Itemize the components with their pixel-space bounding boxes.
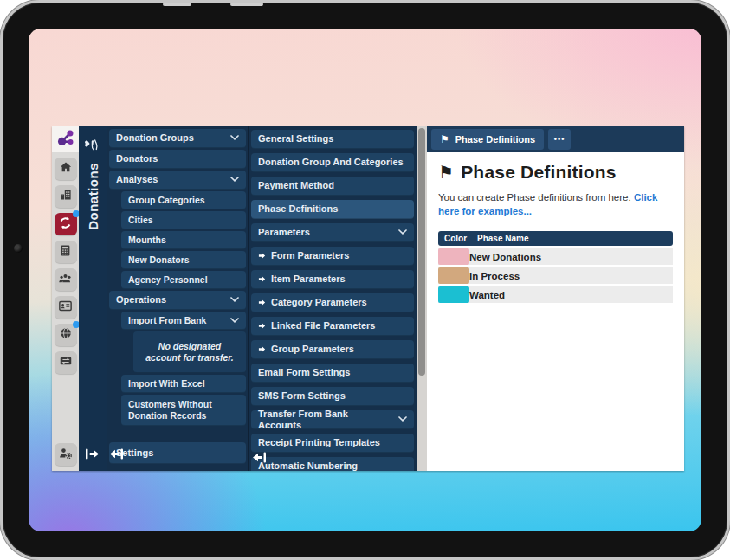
menu-item-label: Mounths [128, 235, 239, 245]
rail-button-calculator[interactable] [55, 241, 77, 263]
tab-phase-definitions[interactable]: ⚑ Phase Definitions [431, 129, 544, 150]
submenu-item-form-parameters[interactable]: Form Parameters [251, 247, 414, 266]
submenu-item-label: Item Parameters [271, 274, 407, 285]
icon-rail [52, 126, 79, 471]
menu-item-mounths[interactable]: Mounths [121, 231, 246, 249]
settings-submenu: General SettingsDonation Group And Categ… [248, 126, 417, 471]
submenu-item-label: Category Parameters [271, 297, 407, 308]
chevron-down-icon [225, 294, 239, 306]
submenu-item-sms-form-settings[interactable]: SMS Form Settings [251, 387, 414, 406]
rail-button-home[interactable] [55, 158, 77, 180]
submenu-item-receipt-printing-templates[interactable]: Receipt Printing Templates [251, 434, 414, 453]
tab-label: Phase Definitions [455, 134, 535, 145]
menu-item-label: Donators [116, 153, 239, 164]
menu-note-no-designated-account-for-transfer: No designated account for transfer. [133, 331, 246, 373]
rail-button-buildings[interactable] [55, 185, 77, 208]
menu-item-operations[interactable]: Operations [109, 291, 246, 310]
hand-heart-icon [82, 135, 103, 152]
page-title-text: Phase Definitions [461, 162, 617, 183]
rail-button-bank-transfer[interactable] [55, 351, 77, 374]
volume-up-button [163, 3, 191, 6]
menu-item-agency-personnel[interactable]: Agency Personnel [121, 271, 246, 289]
phase-row-new-donations[interactable]: New Donations [438, 248, 673, 265]
color-swatch [438, 248, 469, 265]
submenu-item-group-parameters[interactable]: Group Parameters [251, 340, 414, 359]
rail-button-id-card[interactable] [55, 296, 77, 319]
description-text: You can create Phase definitions from he… [438, 192, 631, 203]
arrow-right-icon [258, 275, 266, 283]
menu-item-label: Agency Personnel [128, 274, 239, 285]
user-settings-icon [58, 446, 73, 464]
menu-item-donators[interactable]: Donators [109, 150, 246, 169]
menu-item-label: No designated account for transfer. [140, 341, 239, 362]
page-description: You can create Phase definitions from he… [438, 190, 673, 218]
menu-item-label: Settings [116, 447, 239, 459]
menu-item-new-donators[interactable]: New Donators [121, 251, 246, 269]
phase-row-in-process[interactable]: In Process [438, 267, 673, 284]
arrow-right-icon [258, 299, 266, 306]
submenu-item-item-parameters[interactable]: Item Parameters [251, 270, 414, 289]
submenu-item-automatic-numbering[interactable]: Automatic Numbering [251, 457, 414, 471]
submenu-item-linked-file-parameters[interactable]: Linked File Parameters [251, 317, 414, 336]
rail-button-people[interactable] [55, 268, 77, 291]
menu-item-customers-without-donation-records[interactable]: Customers Without Donation Records [121, 395, 246, 426]
menu-item-label: Analyses [116, 174, 225, 185]
menu-item-import-with-excel[interactable]: Import With Excel [121, 375, 246, 393]
submenu-item-label: Form Parameters [271, 250, 407, 261]
submenu-item-label: Payment Method [258, 180, 407, 191]
menu-item-analyses[interactable]: Analyses [109, 171, 246, 190]
phases-table: Color Phase Name New DonationsIn Process… [438, 229, 673, 306]
main-content: ⚑ Phase Definitions ••• ⚑ Phase Definiti… [427, 126, 684, 471]
submenu-item-label: Email Form Settings [258, 367, 407, 378]
submenu-item-general-settings[interactable]: General Settings [251, 130, 414, 149]
menu-item-cities[interactable]: Cities [121, 211, 246, 229]
expand-panel-icon[interactable] [85, 447, 100, 464]
tablet-frame: Donations Donation GroupsDonatorsAnalyse… [0, 0, 730, 560]
submenu-item-phase-definitions[interactable]: Phase Definitions [251, 200, 414, 219]
buildings-icon [59, 188, 73, 205]
phase-name: New Donations [469, 248, 673, 265]
collapse-menu-icon[interactable] [109, 447, 124, 464]
arrow-right-icon [258, 322, 266, 330]
rail-button-globe[interactable] [55, 324, 77, 346]
rail-button-sync[interactable] [55, 213, 77, 235]
tab-more-button[interactable]: ••• [548, 129, 571, 150]
submenu-item-category-parameters[interactable]: Category Parameters [251, 293, 414, 312]
flag-icon: ⚑ [440, 134, 449, 145]
arrow-right-icon [258, 345, 266, 353]
menu-item-donation-groups[interactable]: Donation Groups [109, 129, 246, 148]
submenu-item-label: Receipt Printing Templates [258, 437, 407, 448]
submenu-item-parameters[interactable]: Parameters [251, 223, 414, 242]
chevron-down-icon [393, 414, 407, 425]
table-header-row: Color Phase Name [438, 231, 673, 246]
scrollbar-thumb[interactable] [418, 128, 425, 376]
submenu-item-label: Linked File Parameters [271, 320, 407, 331]
volume-down-button [230, 3, 263, 6]
phase-row-wanted[interactable]: Wanted [438, 286, 673, 303]
submenu-item-email-form-settings[interactable]: Email Form Settings [251, 364, 414, 383]
menu-item-import-from-bank[interactable]: Import From Bank [121, 312, 246, 330]
donations-menu: Donation GroupsDonatorsAnalysesGroup Cat… [107, 126, 248, 471]
submenu-item-label: Group Parameters [271, 344, 407, 355]
front-camera [14, 244, 23, 253]
submenu-item-donation-group-and-categories[interactable]: Donation Group And Categories [251, 153, 414, 172]
vertical-scrollbar[interactable] [417, 126, 427, 471]
module-label: Donations [86, 163, 100, 230]
column-header-color: Color [438, 231, 469, 246]
submenu-item-label: SMS Form Settings [258, 390, 407, 402]
app-logo[interactable] [52, 126, 79, 152]
tab-bar: ⚑ Phase Definitions ••• [427, 126, 684, 152]
menu-item-label: Customers Without Donation Records [128, 399, 239, 420]
submenu-item-payment-method[interactable]: Payment Method [251, 177, 414, 196]
submenu-item-transfer-from-bank-accounts[interactable]: Transfer From Bank Accounts [251, 410, 414, 429]
menu-item-label: Import From Bank [128, 315, 225, 325]
rail-button-user-settings[interactable] [55, 443, 77, 466]
collapse-submenu-icon[interactable] [252, 451, 267, 467]
menu-item-settings[interactable]: Settings [109, 442, 246, 464]
menu-item-label: Import With Excel [128, 378, 239, 389]
menu-item-group-categories[interactable]: Group Categories [121, 191, 246, 209]
app-window: Donations Donation GroupsDonatorsAnalyse… [52, 126, 684, 471]
menu-item-label: Donation Groups [116, 132, 225, 144]
id-card-icon [58, 299, 73, 317]
submenu-item-label: Phase Definitions [258, 203, 407, 215]
